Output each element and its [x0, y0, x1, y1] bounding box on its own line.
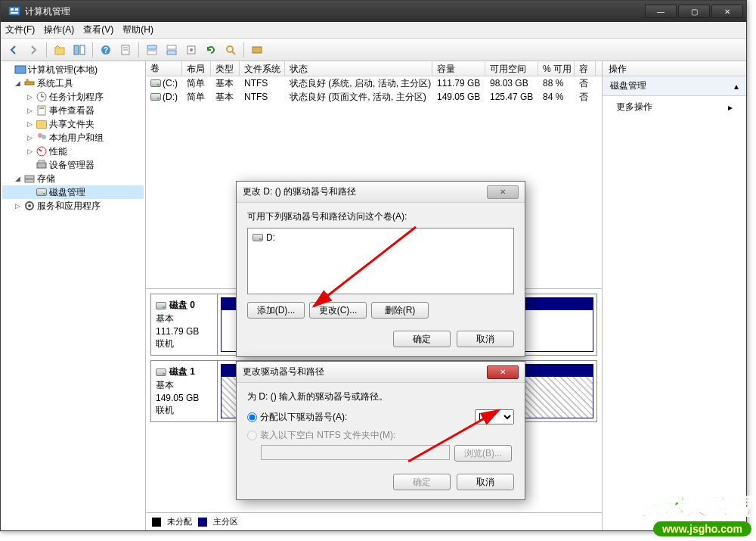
svg-rect-27 — [38, 106, 45, 115]
col-fault[interactable]: 容 — [575, 61, 596, 76]
dialog1-cancel-button[interactable]: 取消 — [457, 331, 514, 347]
tree-pane[interactable]: 计算机管理(本地) ◢系统工具 ▷任务计划程序 ▷事件查看器 ▷共享文件夹 ▷本… — [1, 61, 146, 530]
actions-more[interactable]: 更多操作▸ — [603, 96, 746, 118]
svg-rect-1 — [11, 8, 14, 11]
minimize-button[interactable]: — — [645, 5, 677, 18]
svg-rect-20 — [253, 47, 262, 53]
toolbar: ? — [1, 39, 746, 61]
assign-letter-radio[interactable] — [247, 412, 257, 422]
svg-point-18 — [227, 46, 233, 52]
rescan-button[interactable] — [222, 42, 239, 58]
view-top-button[interactable] — [144, 42, 160, 58]
col-status[interactable]: 状态 — [285, 61, 432, 76]
dialog2-ok-button[interactable]: 确定 — [393, 474, 451, 490]
tree-storage[interactable]: ◢存储 — [2, 172, 144, 185]
drive-icon — [150, 79, 161, 87]
volume-rows: (C:) 简单 基本 NTFS 状态良好 (系统, 启动, 活动, 主分区) 1… — [146, 76, 602, 104]
legend: 未分配 主分区 — [146, 512, 602, 530]
list-item[interactable]: D: — [251, 232, 510, 244]
col-pct[interactable]: % 可用 — [538, 61, 575, 76]
dialog2-titlebar[interactable]: 更改驱动器号和路径 ✕ — [237, 362, 525, 383]
tree-services-apps[interactable]: ▷服务和应用程序 — [2, 199, 144, 213]
menu-view[interactable]: 查看(V) — [83, 23, 113, 36]
tree-root[interactable]: 计算机管理(本地) — [2, 63, 144, 76]
tree-system-tools[interactable]: ◢系统工具 — [2, 76, 144, 90]
extra-button[interactable] — [249, 42, 265, 58]
back-button[interactable] — [5, 42, 22, 58]
close-button[interactable]: ✕ — [711, 5, 743, 18]
dialog1-close-button[interactable]: ✕ — [487, 185, 519, 199]
menubar: 文件(F) 操作(A) 查看(V) 帮助(H) — [1, 22, 746, 39]
svg-point-17 — [190, 48, 193, 51]
maximize-button[interactable]: ▢ — [678, 5, 710, 18]
view-bottom-button[interactable] — [163, 42, 180, 58]
menu-help[interactable]: 帮助(H) — [122, 23, 153, 36]
disk-info: 磁盘 1 基本 149.05 GB 联机 — [151, 361, 218, 421]
svg-rect-4 — [55, 48, 64, 54]
dialog2-cancel-button[interactable]: 取消 — [457, 474, 514, 490]
tree-performance[interactable]: ▷性能 — [2, 145, 144, 158]
col-type[interactable]: 类型 — [211, 61, 240, 76]
svg-rect-21 — [15, 66, 26, 73]
dialog1-ok-button[interactable]: 确定 — [393, 331, 451, 347]
svg-rect-15 — [167, 51, 176, 54]
volume-headers[interactable]: 卷 布局 类型 文件系统 状态 容量 可用空间 % 可用 容 — [146, 61, 602, 76]
dialog2-close-button[interactable]: ✕ — [487, 365, 519, 379]
dialog2-title: 更改驱动器号和路径 — [243, 365, 324, 378]
svg-text:?: ? — [104, 46, 108, 54]
actions-section[interactable]: 磁盘管理▴ — [603, 76, 746, 96]
chevron-right-icon: ▸ — [728, 102, 733, 113]
svg-point-30 — [42, 135, 46, 139]
legend-swatch-unallocated — [152, 518, 161, 527]
volume-row[interactable]: (D:) 简单 基本 NTFS 状态良好 (页面文件, 活动, 主分区) 149… — [146, 90, 602, 104]
mount-folder-radio[interactable] — [247, 431, 257, 440]
tree-device-manager[interactable]: 设备管理器 — [2, 158, 144, 172]
menu-action[interactable]: 操作(A) — [44, 23, 74, 36]
svg-rect-36 — [25, 179, 34, 182]
tree-event-viewer[interactable]: ▷事件查看器 — [2, 104, 144, 117]
svg-rect-22 — [25, 82, 34, 85]
remove-button[interactable]: 删除(R) — [371, 302, 429, 319]
up-button[interactable] — [51, 42, 68, 58]
titlebar: 计算机管理 — ▢ ✕ — [1, 1, 746, 22]
tree-task-scheduler[interactable]: ▷任务计划程序 — [2, 90, 144, 104]
drive-letter-combo[interactable]: D — [475, 409, 514, 424]
tree-shared-folders[interactable]: ▷共享文件夹 — [2, 117, 144, 131]
menu-file[interactable]: 文件(F) — [5, 23, 35, 36]
svg-rect-33 — [37, 163, 46, 168]
browse-button[interactable]: 浏览(B)... — [454, 445, 512, 462]
col-layout[interactable]: 布局 — [182, 61, 211, 76]
svg-rect-0 — [9, 7, 20, 15]
help-button[interactable]: ? — [98, 42, 114, 58]
col-free[interactable]: 可用空间 — [485, 61, 538, 76]
add-button[interactable]: 添加(D)... — [247, 302, 305, 319]
mount-path-textbox[interactable] — [261, 445, 450, 460]
col-volume[interactable]: 卷 — [146, 61, 182, 76]
settings-button[interactable] — [183, 42, 200, 58]
refresh-button[interactable] — [203, 42, 219, 58]
svg-point-38 — [28, 204, 31, 207]
properties-button[interactable] — [117, 42, 134, 58]
tree-disk-management[interactable]: 磁盘管理 — [2, 185, 144, 199]
mount-radio-label[interactable]: 装入以下空白 NTFS 文件夹中(M): — [247, 430, 395, 440]
dialog1-titlebar[interactable]: 更改 D: () 的驱动器号和路径 ✕ — [237, 182, 525, 203]
drive-icon — [150, 93, 161, 101]
dialog1-instruction: 可用下列驱动器号和路径访问这个卷(A): — [247, 210, 514, 223]
svg-rect-35 — [25, 176, 34, 179]
drive-letter-listbox[interactable]: D: — [247, 228, 514, 294]
assign-radio-label[interactable]: 分配以下驱动器号(A): — [247, 411, 347, 424]
change-letter-dialog: 更改驱动器号和路径 ✕ 为 D: () 输入新的驱动器号或路径。 分配以下驱动器… — [236, 361, 525, 500]
app-icon — [8, 5, 20, 17]
disk-icon — [156, 368, 166, 376]
volume-row[interactable]: (C:) 简单 基本 NTFS 状态良好 (系统, 启动, 活动, 主分区) 1… — [146, 76, 602, 90]
svg-rect-34 — [39, 160, 45, 163]
show-hide-tree-button[interactable] — [71, 42, 88, 58]
svg-point-23 — [26, 79, 29, 82]
col-capacity[interactable]: 容量 — [432, 61, 485, 76]
actions-header: 操作 — [603, 61, 746, 76]
col-fs[interactable]: 文件系统 — [240, 61, 285, 76]
svg-rect-12 — [147, 45, 156, 49]
change-button[interactable]: 更改(C)... — [309, 302, 367, 319]
forward-button[interactable] — [25, 42, 42, 58]
tree-local-users[interactable]: ▷本地用户和组 — [2, 131, 144, 145]
